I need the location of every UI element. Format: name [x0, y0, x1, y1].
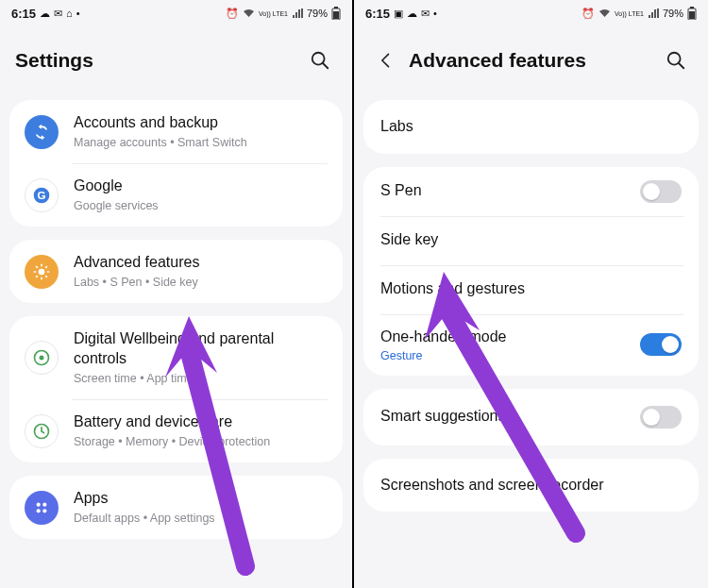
more-icon: •	[433, 8, 437, 19]
row-label: Labs	[380, 117, 413, 137]
item-sub: Storage • Memory • Device protection	[74, 434, 328, 449]
search-icon	[310, 50, 330, 71]
settings-header: Settings	[0, 26, 352, 100]
row-label: Motions and gestures	[380, 279, 525, 299]
item-label: Apps	[74, 489, 328, 509]
toggle-smart-suggestions[interactable]	[640, 406, 682, 428]
alarm-icon: ⏰	[582, 8, 595, 20]
wifi-icon	[598, 8, 611, 18]
item-sub: Screen time • App timers	[74, 371, 328, 386]
status-bar: 6:15 ▣ ☁ ✉ • ⏰ Vo)) LTE1 79%	[354, 0, 708, 26]
svg-rect-2	[333, 11, 339, 19]
alarm-icon: ⏰	[226, 8, 239, 20]
advanced-list: Labs S Pen Side key Motions and gestures…	[354, 100, 708, 588]
item-label: Advanced features	[74, 253, 328, 273]
page-title: Advanced features	[409, 49, 653, 72]
wellbeing-icon	[25, 341, 59, 375]
card-smart: Smart suggestions	[363, 389, 699, 445]
item-label: Battery and device care	[74, 412, 328, 432]
net-label: Vo)) LTE1	[615, 10, 644, 17]
svg-line-27	[679, 63, 684, 69]
row-one-handed[interactable]: One-handed mode Gesture	[363, 314, 699, 376]
back-button[interactable]	[369, 43, 403, 77]
cloud-icon: ☁	[407, 8, 417, 20]
settings-item-wellbeing[interactable]: Digital Wellbeing and parental controls …	[9, 316, 343, 399]
battery-icon	[687, 7, 697, 20]
phone-settings: 6:15 ☁ ✉ ⌂ • ⏰ Vo)) LTE1 79% Settings	[0, 0, 354, 588]
home-icon: ⌂	[66, 8, 73, 19]
svg-point-20	[42, 502, 46, 506]
settings-item-apps[interactable]: Apps Default apps • App settings	[9, 476, 343, 539]
row-smart-suggestions[interactable]: Smart suggestions	[363, 389, 699, 445]
item-sub: Labs • S Pen • Side key	[74, 275, 328, 290]
item-label: Digital Wellbeing and parental controls	[74, 329, 328, 369]
settings-card-2: Advanced features Labs • S Pen • Side ke…	[9, 240, 343, 303]
card-screenshots: Screenshots and screen recorder	[363, 459, 699, 512]
row-screenshots[interactable]: Screenshots and screen recorder	[363, 459, 699, 512]
toggle-one-handed[interactable]	[640, 333, 682, 356]
settings-list: Accounts and backup Manage accounts • Sm…	[0, 100, 352, 588]
cloud-icon: ☁	[40, 8, 50, 20]
advanced-icon	[25, 255, 59, 289]
battery-care-icon	[25, 414, 59, 448]
sync-icon	[25, 115, 59, 149]
chevron-left-icon	[377, 51, 396, 70]
row-motions[interactable]: Motions and gestures	[363, 265, 699, 314]
svg-line-13	[45, 276, 47, 277]
svg-line-14	[36, 276, 38, 277]
row-label: Side key	[380, 230, 438, 250]
toggle-spen[interactable]	[640, 180, 682, 203]
card-features: S Pen Side key Motions and gestures One-…	[363, 167, 699, 376]
settings-card-3: Digital Wellbeing and parental controls …	[9, 316, 343, 462]
status-time: 6:15	[365, 7, 390, 21]
svg-rect-25	[689, 11, 695, 19]
google-icon: G	[25, 178, 59, 212]
row-side-key[interactable]: Side key	[363, 216, 699, 265]
svg-point-22	[42, 509, 46, 512]
wifi-icon	[243, 8, 255, 18]
item-label: Accounts and backup	[74, 113, 328, 133]
phone-advanced-features: 6:15 ▣ ☁ ✉ • ⏰ Vo)) LTE1 79% Advanced fe…	[354, 0, 708, 588]
row-label: Smart suggestions	[380, 407, 625, 427]
item-label: Google	[74, 176, 328, 196]
row-sublink: Gesture	[380, 349, 625, 362]
battery-pct: 79%	[307, 8, 328, 19]
status-bar: 6:15 ☁ ✉ ⌂ • ⏰ Vo)) LTE1 79%	[0, 0, 352, 26]
mail-icon: ✉	[421, 8, 430, 20]
item-sub: Manage accounts • Smart Switch	[74, 135, 328, 150]
svg-line-15	[45, 266, 47, 268]
battery-icon	[331, 7, 341, 20]
image-icon: ▣	[394, 8, 403, 20]
svg-point-19	[37, 502, 41, 506]
settings-item-battery[interactable]: Battery and device care Storage • Memory…	[9, 399, 343, 462]
row-spen[interactable]: S Pen	[363, 167, 699, 216]
settings-item-accounts[interactable]: Accounts and backup Manage accounts • Sm…	[9, 100, 343, 163]
svg-line-12	[36, 266, 38, 268]
settings-card-1: Accounts and backup Manage accounts • Sm…	[9, 100, 343, 227]
signal-icon	[292, 8, 303, 18]
svg-text:G: G	[37, 189, 45, 201]
item-sub: Google services	[74, 198, 328, 213]
svg-point-7	[39, 268, 45, 275]
advanced-header: Advanced features	[354, 26, 708, 100]
svg-point-21	[37, 509, 41, 512]
search-button[interactable]	[659, 43, 693, 77]
battery-pct: 79%	[663, 8, 683, 19]
row-label: One-handed mode	[380, 328, 625, 347]
mail-icon: ✉	[54, 8, 62, 20]
item-sub: Default apps • App settings	[74, 511, 328, 526]
search-button[interactable]	[303, 43, 337, 77]
page-title: Settings	[15, 49, 297, 72]
svg-line-4	[323, 63, 329, 69]
signal-icon	[648, 8, 659, 18]
row-label: S Pen	[380, 181, 625, 201]
search-icon	[666, 50, 686, 71]
row-labs[interactable]: Labs	[363, 100, 699, 154]
settings-item-google[interactable]: G Google Google services	[9, 163, 343, 227]
settings-item-advanced[interactable]: Advanced features Labs • S Pen • Side ke…	[9, 240, 343, 303]
net-label: Vo)) LTE1	[259, 10, 288, 17]
status-time: 6:15	[11, 7, 36, 21]
row-label: Screenshots and screen recorder	[380, 476, 604, 496]
apps-icon	[25, 491, 59, 525]
settings-card-4: Apps Default apps • App settings	[9, 476, 343, 539]
